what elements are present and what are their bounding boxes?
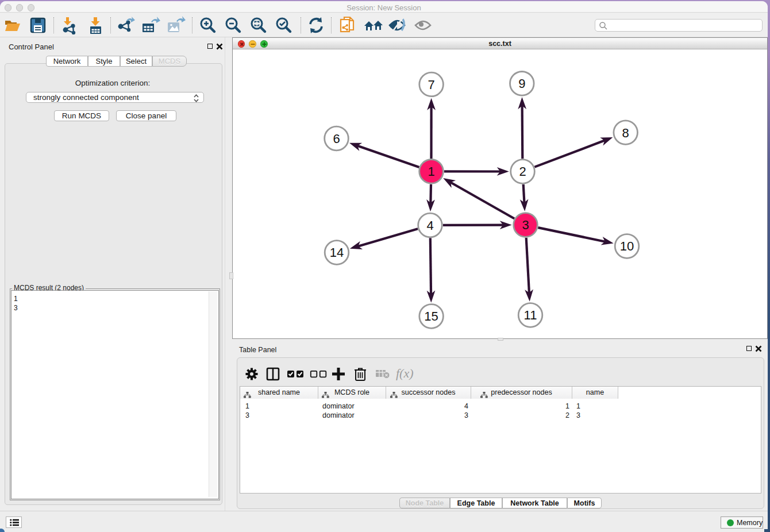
- svg-text:2: 2: [519, 164, 526, 179]
- svg-text:11: 11: [524, 308, 537, 322]
- svg-text:3: 3: [522, 218, 529, 232]
- svg-text:4: 4: [426, 218, 433, 233]
- svg-text:10: 10: [620, 239, 634, 253]
- svg-text:14: 14: [330, 245, 344, 260]
- svg-text:9: 9: [518, 76, 525, 91]
- svg-text:15: 15: [424, 309, 438, 323]
- svg-text:8: 8: [622, 126, 629, 140]
- svg-text:1: 1: [428, 164, 434, 179]
- svg-text:6: 6: [333, 132, 340, 146]
- svg-text:7: 7: [428, 78, 434, 92]
